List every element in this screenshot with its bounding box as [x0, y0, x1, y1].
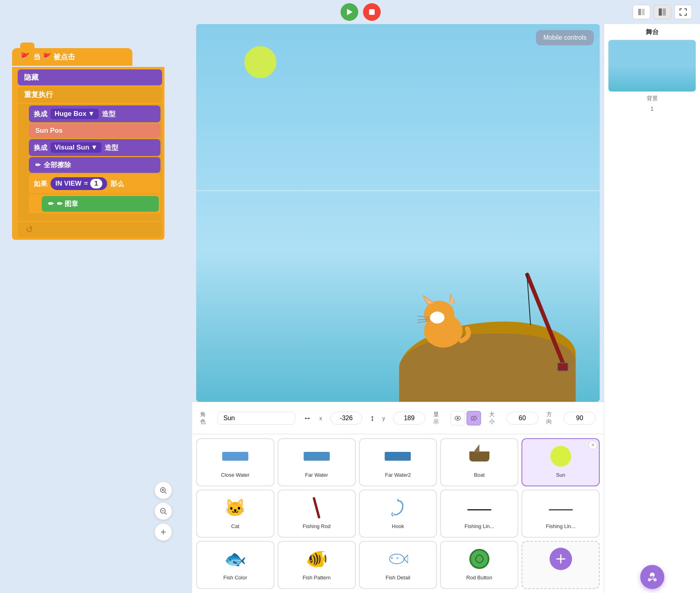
visibility-buttons	[450, 411, 481, 425]
svg-point-38	[648, 578, 651, 581]
stage-panel: 舞台 背景 1 +	[604, 24, 700, 593]
water-horizon	[196, 190, 600, 191]
arrow-icon: ↔	[303, 413, 311, 423]
switch-costume1-block: 换成 Huge Box ▼ 造型	[29, 105, 160, 122]
show-button[interactable]	[450, 411, 465, 425]
community-button[interactable]: +	[640, 565, 664, 589]
sprite-card-fishing-lin2[interactable]: Fishing Lin...	[521, 490, 600, 538]
show-label: 显示	[433, 411, 442, 425]
sprite-card-far-water[interactable]: Far Water	[278, 438, 356, 486]
mobile-controls-button[interactable]: Mobile controls	[536, 30, 594, 45]
svg-text:+: +	[652, 575, 654, 580]
size-label: 大小	[489, 411, 498, 425]
sprite-name-fish-color: Fish Color	[223, 575, 247, 581]
zoom-fit-button[interactable]	[154, 523, 172, 541]
costume1-value: Huge Box	[55, 110, 86, 118]
sprite-card-far-water2[interactable]: Far Water2	[359, 438, 437, 486]
if-block: 如果 IN VIEW = 1 那么	[29, 174, 160, 193]
sprite-card-boat[interactable]: Boat	[440, 438, 518, 486]
updown-icon: ↕	[370, 413, 374, 423]
repeat-block: 重复执行	[18, 87, 162, 103]
top-bar-right	[633, 5, 692, 19]
hat-label: 当 🚩 被点击	[33, 52, 75, 62]
zoom-controls	[154, 482, 172, 541]
backdrop-label: 背景	[608, 95, 696, 102]
sprites-grid: Close Water Far Water	[196, 438, 600, 589]
role-label: 角色	[200, 411, 209, 425]
sprite-name-boat: Boat	[474, 472, 485, 478]
direction-label: 方向	[546, 411, 556, 425]
backdrop-count: 1	[608, 105, 696, 112]
hide-block: 隐藏	[18, 69, 162, 85]
svg-line-12	[165, 513, 166, 514]
sprite-card-fishing-lin1[interactable]: Fishing Lin...	[440, 490, 518, 538]
custom-block: Sun Pos	[29, 123, 160, 138]
delete-sun-badge[interactable]: ✕	[588, 441, 597, 449]
sprite-card-rod-button[interactable]: Rod Button	[440, 541, 518, 589]
sprite-card-cat[interactable]: 🐱 Cat	[196, 490, 274, 538]
code-blocks-area: 🚩 当 🚩 被点击 隐藏 重复执行	[4, 28, 188, 589]
view-fullscreen-button[interactable]	[674, 5, 692, 19]
sprite-name-fishing-lin2: Fishing Lin...	[546, 523, 576, 529]
hide-button[interactable]	[467, 411, 481, 425]
sprite-name-close-water: Close Water	[221, 472, 250, 478]
costume2-value: Visual Sun	[55, 144, 89, 152]
svg-point-32	[391, 557, 393, 559]
sprite-card-fish-pattern[interactable]: 🐠 Fish Pattern	[278, 541, 356, 589]
main-layout: 🚩 当 🚩 被点击 隐藏 重复执行	[0, 24, 700, 593]
x-value[interactable]: -326	[330, 412, 362, 425]
sprite-card-fishing-rod[interactable]: Fishing Rod	[278, 490, 356, 538]
svg-point-34	[396, 557, 399, 559]
sun-sprite	[244, 46, 276, 78]
clear-block: ✏ 全部擦除	[29, 157, 160, 173]
sprite-name-rod-button: Rod Button	[466, 575, 492, 581]
sprite-name-far-water: Far Water	[305, 472, 328, 478]
switch-costume2-block: 换成 Visual Sun ▼ 造型	[29, 139, 160, 156]
condition-value: IN VIEW	[55, 180, 81, 188]
rod-handle	[555, 361, 571, 373]
sprite-card-add[interactable]	[521, 541, 600, 589]
zoom-in-button[interactable]	[154, 482, 172, 499]
sprites-section: Close Water Far Water	[192, 434, 604, 593]
svg-rect-4	[659, 8, 662, 16]
direction-value[interactable]: 90	[564, 412, 596, 425]
zoom-out-button[interactable]	[154, 502, 172, 520]
sprite-card-fish-color[interactable]: 🐟 Fish Color	[196, 541, 274, 589]
svg-rect-2	[638, 9, 641, 15]
sprite-name-hook: Hook	[392, 523, 404, 529]
svg-point-26	[457, 417, 459, 419]
loop-bottom: ↺	[18, 222, 162, 237]
size-value[interactable]: 60	[506, 412, 538, 425]
y-value[interactable]: 189	[393, 412, 425, 425]
sprite-name-fishing-lin1: Fishing Lin...	[465, 523, 494, 529]
stage-canvas: Mobile controls	[196, 24, 600, 402]
flag-icon: 🚩	[20, 52, 30, 62]
stop-button[interactable]	[363, 3, 381, 21]
sprite-card-hook[interactable]: Hook	[359, 490, 437, 538]
sprite-name-sun: Sun	[556, 472, 565, 478]
svg-rect-1	[369, 9, 375, 15]
sprite-name-cat: Cat	[231, 523, 239, 529]
svg-marker-0	[347, 9, 353, 15]
svg-point-21	[430, 312, 444, 324]
sprite-name-input[interactable]	[217, 412, 295, 425]
sprite-card-fish-detail[interactable]: Fish Detail	[359, 541, 437, 589]
view-split-button[interactable]	[653, 5, 671, 19]
sprite-info-bar: 角色 ↔ x -326 ↕ y 189 显示	[192, 402, 604, 434]
svg-line-9	[165, 492, 166, 494]
green-flag-button[interactable]	[341, 3, 358, 21]
right-area: Mobile controls 角色 ↔ x -326 ↕ y 189 显示	[192, 24, 700, 593]
sprite-card-close-water[interactable]: Close Water	[196, 438, 274, 486]
view-code-button[interactable]	[633, 5, 650, 19]
top-bar	[0, 0, 700, 24]
stamp-block: ✏ ✏ 图章	[42, 196, 159, 212]
sprite-name-far-water2: Far Water2	[385, 472, 411, 478]
stage-title: 舞台	[608, 28, 696, 36]
svg-rect-3	[642, 9, 645, 15]
top-bar-center	[341, 3, 381, 21]
x-label: x	[319, 415, 322, 421]
y-label: y	[382, 415, 385, 421]
stage-thumbnail	[608, 40, 696, 92]
sprite-name-fish-detail: Fish Detail	[386, 575, 410, 581]
sprite-card-sun[interactable]: ✕ Sun	[521, 438, 600, 486]
